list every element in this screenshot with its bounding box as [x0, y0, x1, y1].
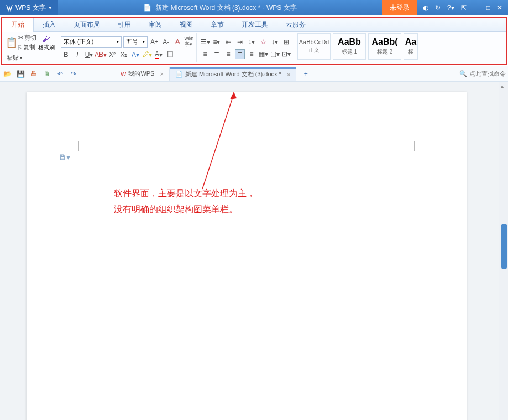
scrollbar-thumb[interactable]: [501, 224, 507, 269]
clipboard-group: 📋 ✂剪切 ⎘复制 🖌 格式刷 粘贴▾: [4, 33, 57, 62]
print-icon[interactable]: 🖶: [29, 69, 39, 79]
align-center-icon[interactable]: ≣: [212, 49, 222, 59]
skin-icon[interactable]: ◐: [423, 4, 428, 12]
tab-document[interactable]: 📄 新建 Microsoft Word 文档 (3).docx * ×: [170, 67, 296, 81]
formatpainter-label: 格式刷: [38, 44, 55, 51]
text-effect-icon[interactable]: A▾: [130, 50, 140, 60]
search-commands[interactable]: 🔍 点此查找命令: [459, 70, 506, 78]
maximize-icon[interactable]: □: [486, 4, 490, 12]
style-normal[interactable]: AaBbCcDd 正文: [297, 33, 331, 60]
strikethrough-icon[interactable]: AB▾: [96, 50, 106, 60]
copy-button[interactable]: ⎘复制: [18, 43, 36, 51]
paragraph-group: ☰▾ ≡▾ ⇤ ⇥ ↕▾ ☆ ↓▾ ⊞ ≡ ≣ ≡ ≣ ≡ ▦▾ ▢▾ ⊡▾: [198, 33, 294, 62]
paragraph-dialog-icon[interactable]: ⊡▾: [281, 49, 291, 59]
formatpainter-icon[interactable]: 🖌: [41, 34, 51, 44]
underline-icon[interactable]: U▾: [84, 50, 94, 60]
phonetic-icon[interactable]: wén字▾: [184, 37, 194, 47]
bullet-list-icon[interactable]: ☰▾: [200, 37, 210, 47]
document-tabs: W 我的WPS × 📄 新建 Microsoft Word 文档 (3).doc…: [115, 67, 311, 81]
styles-group: AaBbCcDd 正文 AaBb 标题 1 AaBb( 标题 2 Aa 标: [295, 33, 420, 62]
close-tab-icon[interactable]: ×: [287, 71, 290, 78]
help-icon[interactable]: ?▾: [447, 4, 454, 12]
page[interactable]: 🗎▾ 软件界面，主要是以文字处理为主， 没有明确的组织架构图菜单栏。: [27, 92, 467, 420]
menu-tabs: 开始 插入 页面布局 引用 审阅 视图 章节 开发工具 云服务: [2, 18, 506, 32]
annotation-arrow: [198, 92, 242, 191]
app-name-label: WPS 文字: [15, 3, 46, 13]
italic-icon[interactable]: I: [72, 50, 82, 60]
paste-button[interactable]: 粘贴▾: [7, 54, 55, 62]
tab-reference[interactable]: 引用: [109, 18, 140, 32]
redo-icon[interactable]: ↷: [69, 69, 78, 79]
minimize-icon[interactable]: —: [473, 4, 480, 12]
quick-access-row: 📂 💾 🖶 🗎 ↶ ↷ W 我的WPS × 📄 新建 Microsoft Wor…: [0, 66, 508, 82]
subscript-icon[interactable]: X₂: [119, 50, 129, 60]
scroll-up-icon[interactable]: ▴: [501, 83, 504, 89]
style-heading3[interactable]: Aa 标: [404, 33, 418, 60]
paste-icon: 📋: [7, 38, 17, 48]
tab-start[interactable]: 开始: [2, 18, 34, 32]
new-tab-icon[interactable]: +: [301, 69, 311, 79]
close-icon[interactable]: ✕: [497, 4, 502, 12]
vertical-scrollbar[interactable]: ▴ ▾: [499, 82, 508, 420]
page-options-icon[interactable]: 🗎▾: [59, 153, 70, 161]
app-name: WPS 文字 ▼: [0, 0, 58, 15]
svg-marker-1: [230, 92, 237, 99]
wps-icon: W: [121, 71, 126, 77]
ribbon: 📋 ✂剪切 ⎘复制 🖌 格式刷 粘贴▾ 宋体 (正文)▾ 五号▾ A+ A- A…: [2, 32, 506, 64]
pin-icon[interactable]: ⇱: [461, 4, 467, 12]
number-list-icon[interactable]: ≡▾: [212, 37, 222, 47]
tab-pagelayout[interactable]: 页面布局: [65, 18, 109, 32]
superscript-icon[interactable]: X²: [107, 50, 117, 60]
align-right-icon[interactable]: ≡: [223, 49, 233, 59]
tab-devtools[interactable]: 开发工具: [233, 18, 277, 32]
highlighted-ribbon-area: 开始 插入 页面布局 引用 审阅 视图 章节 开发工具 云服务 📋 ✂剪切 ⎘复…: [1, 17, 507, 65]
close-tab-icon[interactable]: ×: [160, 71, 163, 77]
tab-insert[interactable]: 插入: [34, 18, 65, 32]
style-heading2[interactable]: AaBb( 标题 2: [368, 33, 401, 60]
search-icon: 🔍: [459, 70, 467, 77]
font-color-icon[interactable]: A▾: [154, 50, 164, 60]
shading-icon[interactable]: ▦▾: [258, 49, 268, 59]
margin-corner-tl: [78, 141, 88, 151]
clear-format-icon[interactable]: A̶: [172, 37, 182, 47]
annotation-text: 软件界面，主要是以文字处理为主， 没有明确的组织架构图菜单栏。: [114, 186, 255, 218]
show-marks-icon[interactable]: ⊞: [281, 37, 291, 47]
align-left-icon[interactable]: ≡: [200, 49, 210, 59]
tab-mywps[interactable]: W 我的WPS ×: [115, 67, 170, 81]
login-button[interactable]: 未登录: [382, 0, 417, 15]
tab-view[interactable]: 视图: [171, 18, 202, 32]
style-heading1[interactable]: AaBb 标题 1: [333, 33, 366, 60]
border-icon[interactable]: ▢▾: [270, 49, 280, 59]
copy-icon: ⎘: [18, 44, 22, 51]
svg-line-0: [202, 94, 234, 189]
app-logo-icon: [6, 4, 13, 12]
doc-icon: 📄: [143, 4, 151, 12]
title-bar: WPS 文字 ▼ 📄 新建 Microsoft Word 文档 (3).docx…: [0, 0, 508, 15]
cut-button[interactable]: ✂剪切: [18, 34, 36, 42]
app-dropdown-icon[interactable]: ▼: [48, 6, 53, 11]
undo-icon[interactable]: ↶: [55, 69, 65, 79]
sync-icon[interactable]: ↻: [435, 4, 441, 12]
shrink-font-icon[interactable]: A-: [161, 37, 171, 47]
line-spacing-icon[interactable]: ↕▾: [247, 37, 256, 47]
font-name-select[interactable]: 宋体 (正文)▾: [61, 36, 122, 48]
font-size-select[interactable]: 五号▾: [123, 36, 148, 48]
char-border-icon[interactable]: 囗: [165, 50, 175, 60]
bold-icon[interactable]: B: [61, 50, 71, 60]
sort-icon[interactable]: ↓▾: [270, 37, 280, 47]
open-icon[interactable]: 📂: [2, 69, 12, 79]
font-group: 宋体 (正文)▾ 五号▾ A+ A- A̶ wén字▾ B I U▾ AB▾ X…: [59, 33, 197, 62]
grow-font-icon[interactable]: A+: [149, 37, 159, 47]
tab-cloud[interactable]: 云服务: [277, 18, 315, 32]
print-preview-icon[interactable]: 🗎: [42, 69, 52, 79]
tab-review[interactable]: 审阅: [140, 18, 171, 32]
char-scale-icon[interactable]: ☆: [258, 37, 268, 47]
decrease-indent-icon[interactable]: ⇤: [223, 37, 233, 47]
align-distribute-icon[interactable]: ≡: [247, 49, 256, 59]
document-area: 🗎▾ 软件界面，主要是以文字处理为主， 没有明确的组织架构图菜单栏。 ▴ ▾ 页…: [0, 82, 508, 420]
save-icon[interactable]: 💾: [15, 69, 25, 79]
tab-chapter[interactable]: 章节: [202, 18, 233, 32]
align-justify-icon[interactable]: ≣: [235, 49, 245, 59]
increase-indent-icon[interactable]: ⇥: [235, 37, 245, 47]
highlight-icon[interactable]: 🖍▾: [142, 50, 152, 60]
